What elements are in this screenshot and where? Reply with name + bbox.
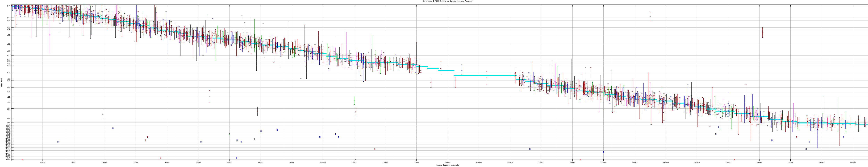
y-tick-band-p31: p31: [0, 34, 10, 36]
y-tick-band-p22: p22: [0, 44, 10, 45]
x-tick-50mbp: 50Mbp: [160, 162, 174, 163]
x-tick-180mbp: 180Mbp: [565, 162, 579, 163]
x-tick-40mbp: 40Mbp: [129, 162, 143, 163]
y-tick-band-p33: p33: [0, 27, 10, 28]
x-tick-10mbp: 10Mbp: [36, 162, 50, 163]
y-tick-band-p36: p36: [0, 5, 10, 7]
chart-title: Chromosome 1 FISH Markers vs Genome Sequ…: [11, 0, 868, 2]
x-tick-20mbp: 20Mbp: [67, 162, 81, 163]
x-tick-30mbp: 30Mbp: [98, 162, 112, 163]
x-axis-title: Genome Sequence Assembly: [11, 164, 868, 166]
y-tick-chr-chrY: chrY: [0, 159, 10, 160]
y-tick-band-q11: q11: [0, 63, 10, 65]
x-tick-110mbp: 110Mbp: [347, 162, 361, 163]
x-tick-140mbp: 140Mbp: [441, 162, 455, 163]
y-tick-band-q12: q12: [0, 65, 10, 66]
y-tick-band-p32: p32: [0, 29, 10, 30]
y-tick-band-q24: q24: [0, 87, 10, 88]
x-tick-170mbp: 170Mbp: [534, 162, 548, 163]
y-tick-band-p35: p35: [0, 17, 10, 19]
y-tick-band-q32: q32: [0, 101, 10, 103]
x-tick-240mbp: 240Mbp: [752, 162, 766, 163]
fish-marker-chart: Chromosome 1 FISH Markers vs Genome Sequ…: [0, 0, 868, 167]
x-tick-80mbp: 80Mbp: [254, 162, 268, 163]
y-tick-band-q23: q23: [0, 80, 10, 81]
y-tick-band-p11: p11: [0, 60, 10, 62]
y-tick-band-q21: q21: [0, 72, 10, 74]
x-tick-100mbp: 100Mbp: [316, 162, 330, 163]
y-tick-band-q44: q44: [0, 121, 10, 123]
x-tick-160mbp: 160Mbp: [503, 162, 517, 163]
y-tick-band-p21: p21: [0, 50, 10, 52]
x-tick-120mbp: 120Mbp: [378, 162, 392, 163]
x-tick-90mbp: 90Mbp: [285, 162, 299, 163]
y-tick-band-p13: p13: [0, 55, 10, 56]
x-tick-270mbp: 270Mbp: [846, 162, 860, 163]
x-tick-200mbp: 200Mbp: [628, 162, 642, 163]
y-tick-band-p34: p34: [0, 20, 10, 21]
x-tick-220mbp: 220Mbp: [690, 162, 704, 163]
y-tick-band-q25: q25: [0, 91, 10, 93]
x-tick-190mbp: 190Mbp: [596, 162, 610, 163]
x-tick-230mbp: 230Mbp: [721, 162, 735, 163]
y-tick-band-q42: q42: [0, 109, 10, 111]
x-tick-130mbp: 130Mbp: [409, 162, 424, 163]
y-tick-band-q31: q31: [0, 96, 10, 98]
x-tick-70mbp: 70Mbp: [222, 162, 237, 163]
x-tick-250mbp: 250Mbp: [783, 162, 797, 163]
x-tick-60mbp: 60Mbp: [191, 162, 205, 163]
x-tick-260mbp: 260Mbp: [815, 162, 829, 163]
plot-area: [0, 0, 868, 167]
x-tick-210mbp: 210Mbp: [659, 162, 673, 163]
y-tick-band-q43: q43: [0, 118, 10, 119]
x-tick-150mbp: 150Mbp: [472, 162, 486, 163]
